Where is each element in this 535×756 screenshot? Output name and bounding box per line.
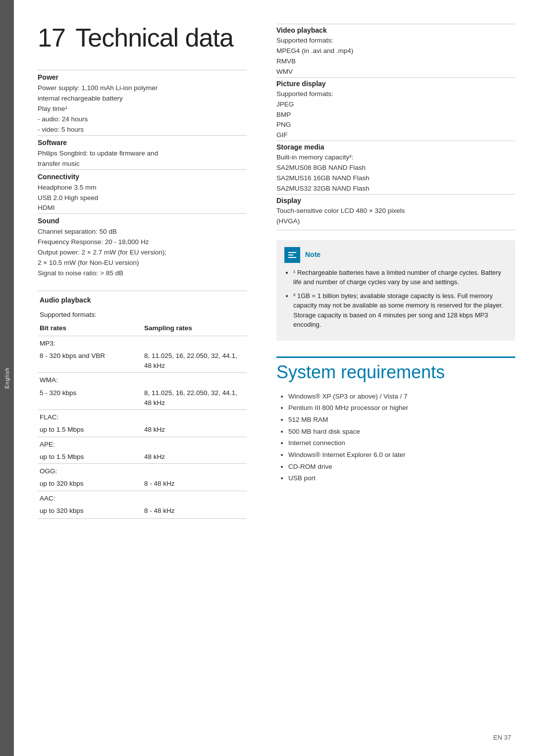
mp3-sampling: 8, 11.025, 16, 22.050, 32, 44.1, 48 kHz [142,350,247,373]
sysreq-item-3: 500 MB hard disk space [288,426,515,438]
note-list: ¹ Rechargeable batteries have a limited … [284,268,507,330]
display-line-1: (HVGA) [276,217,300,225]
audio-format-ape-label: APE: [38,437,247,451]
section-software: Software Philips Songbird: to update fir… [38,135,247,169]
sound-line-4: Signal to noise ratio: > 85 dB [38,269,123,277]
power-line-1: internal rechargeable battery [38,95,123,102]
audio-format-aac-label: AAC: [38,491,247,504]
software-line-0: Philips Songbird: to update firmware and [38,150,158,157]
sysreq-item-1: Pentium III 800 MHz processor or higher [288,402,515,414]
video-line-1: MPEG4 (in .avi and .mp4) [276,47,353,54]
audio-format-wma-values: 5 - 320 kbps 8, 11.025, 16, 22.050, 32, … [38,387,247,410]
video-line-0: Supported formats: [276,37,333,44]
audio-format-aac-values: up to 320 kbps 8 - 48 kHz [38,504,247,519]
picture-line-3: PNG [276,121,291,128]
storage-divider [276,141,515,141]
video-body: Supported formats: MPEG4 (in .avi and .m… [276,36,515,77]
note-icon-line-2 [288,254,293,255]
audio-format-mp3-values: 8 - 320 kbps and VBR 8, 11.025, 16, 22.0… [38,350,247,373]
mp3-bitrate: 8 - 320 kbps and VBR [38,350,142,373]
note-icon-lines [288,252,296,258]
video-line-3: WMV [276,68,293,75]
display-divider [276,194,515,195]
ape-sampling: 48 kHz [142,451,247,464]
mp3-label: MP3: [38,336,247,350]
section-power: Power Power supply: 1,100 mAh Li-ion pol… [38,70,247,135]
title-text: Technical data [75,23,233,52]
aac-sampling: 8 - 48 kHz [142,504,247,519]
software-divider [38,135,247,136]
storage-line-2: SA2MUS16 16GB NAND Flash [276,174,370,182]
section-video-playback: Video playback Supported formats: MPEG4 … [276,24,515,77]
note-item-1: ² 1GB = 1 billion bytes; available stora… [293,291,507,330]
ape-label: APE: [38,437,247,451]
title-number: 17 [38,23,65,52]
note-icon-line-1 [288,252,296,253]
power-line-0: Power supply: 1,100 mAh Li-ion polymer [38,84,158,92]
power-line-2: Play time¹ [38,105,67,112]
sound-line-3: 2 × 10.5 mW (for Non-EU version) [38,259,139,266]
connectivity-line-0: Headphone 3.5 mm [38,184,97,191]
ogg-sampling: 8 - 48 kHz [142,477,247,491]
col-header-bitrates: Bit rates [38,321,142,336]
power-body: Power supply: 1,100 mAh Li-ion polymer i… [38,83,247,135]
audio-format-ape-values: up to 1.5 Mbps 48 kHz [38,451,247,464]
video-line-2: RMVB [276,57,296,65]
section-connectivity: Connectivity Headphone 3.5 mm USB 2.0 Hi… [38,169,247,214]
section-storage-media: Storage media Built-in memory capacity²:… [276,141,515,194]
audio-format-ogg-label: OGG: [38,464,247,478]
sound-line-1: Frequency Response: 20 - 18,000 Hz [38,238,149,246]
sound-line-0: Channel separation: 50 dB [38,228,117,235]
right-column: Video playback Supported formats: MPEG4 … [267,24,535,736]
wma-label: WMA: [38,373,247,387]
software-title: Software [38,139,247,147]
page-container: English 17 Technical data Power Power su… [0,0,535,756]
page-number: EN 37 [493,734,511,741]
power-line-4: - video: 5 hours [38,126,84,133]
note-label: Note [305,250,321,260]
section-sound: Sound Channel separation: 50 dB Frequenc… [38,213,247,279]
section-display: Display Touch-sensitive color LCD 480 × … [276,194,515,230]
audio-table: Audio playback Supported formats: Bit ra… [38,291,247,519]
system-req-title: System requirements [276,356,515,383]
system-req-list: Windows® XP (SP3 or above) / Vista / 7 P… [276,391,515,484]
note-box: Note ¹ Rechargeable batteries have a lim… [276,240,515,341]
storage-line-0: Built-in memory capacity²: [276,153,353,161]
wma-bitrate: 5 - 320 kbps [38,387,142,410]
flac-sampling: 48 kHz [142,423,247,437]
audio-supported-label: Supported formats: [38,307,247,321]
storage-body: Built-in memory capacity²: SA2MUS08 8GB … [276,152,515,194]
storage-title: Storage media [276,143,515,151]
picture-divider [276,77,515,78]
aac-label: AAC: [38,491,247,504]
sound-title: Sound [38,217,247,225]
picture-line-0: Supported formats: [276,90,333,98]
video-title: Video playback [276,26,515,34]
sound-line-2: Output power: 2 × 2.7 mW (for EU version… [38,249,166,256]
wma-sampling: 8, 11.025, 16, 22.050, 32, 44.1, 48 kHz [142,387,247,410]
aac-bitrate: up to 320 kbps [38,504,142,519]
power-title: Power [38,73,247,81]
audio-format-wma-label: WMA: [38,373,247,387]
display-title: Display [276,197,515,204]
sysreq-item-0: Windows® XP (SP3 or above) / Vista / 7 [288,391,515,403]
video-divider [276,24,515,24]
flac-label: FLAC: [38,410,247,424]
connectivity-line-1: USB 2.0 High speed [38,194,98,202]
ogg-label: OGG: [38,464,247,478]
power-line-3: - audio: 24 hours [38,115,88,123]
storage-line-1: SA2MUS08 8GB NAND Flash [276,164,366,171]
connectivity-divider [38,169,247,170]
connectivity-body: Headphone 3.5 mm USB 2.0 High speed HDMI [38,183,247,214]
note-icon-line-3 [288,257,296,258]
left-column: 17 Technical data Power Power supply: 1,… [14,24,267,736]
connectivity-title: Connectivity [38,173,247,181]
display-body: Touch-sensitive color LCD 480 × 320 pixe… [276,206,515,227]
audio-header-row: Audio playback [38,291,247,307]
power-divider [38,70,247,70]
sysreq-item-2: 512 MB RAM [288,414,515,426]
picture-body: Supported formats: JPEG BMP PNG GIF [276,89,515,141]
sysreq-item-6: CD-ROM drive [288,461,515,473]
display-line-0: Touch-sensitive color LCD 480 × 320 pixe… [276,207,405,214]
note-icon [284,247,300,263]
